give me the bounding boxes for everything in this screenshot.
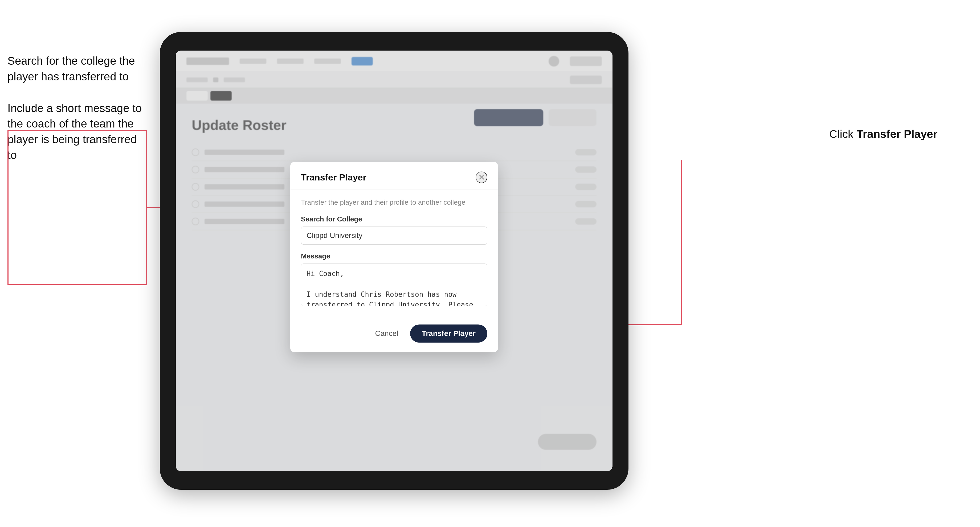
message-textarea[interactable] (301, 264, 487, 306)
message-label: Message (301, 252, 487, 260)
modal-subtitle: Transfer the player and their profile to… (301, 198, 487, 206)
cancel-button[interactable]: Cancel (369, 325, 404, 342)
annotation-right: Click Transfer Player (829, 128, 937, 141)
transfer-player-button[interactable]: Transfer Player (410, 324, 487, 343)
search-college-label: Search for College (301, 215, 487, 223)
transfer-player-modal: Transfer Player ✕ Transfer the player an… (290, 162, 498, 352)
modal-body: Transfer the player and their profile to… (290, 190, 498, 318)
search-college-input[interactable] (301, 227, 487, 244)
annotation-left: Search for the college the player has tr… (8, 53, 146, 179)
modal-footer: Cancel Transfer Player (290, 318, 498, 352)
modal-title: Transfer Player (301, 172, 366, 183)
modal-header: Transfer Player ✕ (290, 162, 498, 190)
annotation-text-search: Search for the college the player has tr… (8, 53, 146, 85)
annotation-right-prefix: Click (829, 128, 857, 140)
tablet-device: Update Roster (160, 32, 628, 490)
annotation-right-bold: Transfer Player (856, 128, 937, 140)
modal-close-button[interactable]: ✕ (476, 171, 487, 183)
annotation-text-message: Include a short message to the coach of … (8, 101, 146, 163)
tablet-screen: Update Roster (176, 51, 612, 471)
